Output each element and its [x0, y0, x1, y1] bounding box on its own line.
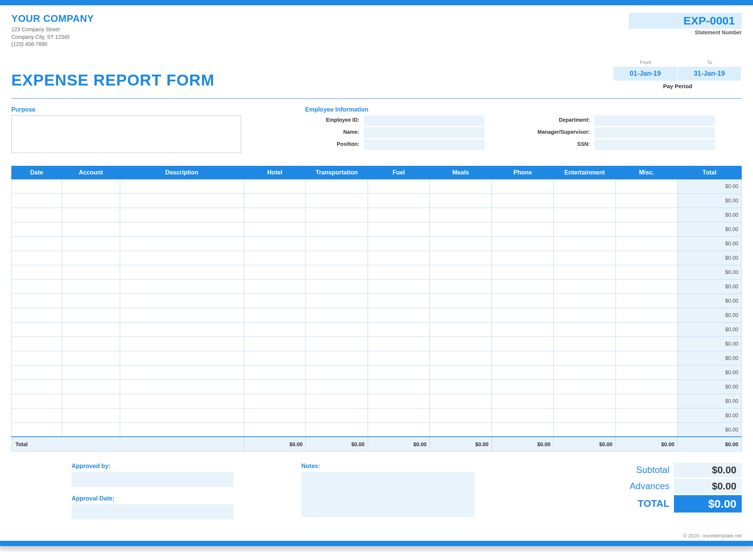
expense-cell[interactable] [62, 308, 120, 322]
expense-cell[interactable] [62, 337, 120, 351]
expense-cell[interactable] [306, 294, 368, 308]
expense-cell[interactable] [120, 351, 244, 365]
expense-cell[interactable] [120, 236, 244, 251]
expense-cell[interactable] [492, 193, 553, 208]
expense-cell[interactable] [62, 379, 120, 394]
expense-cell[interactable] [244, 251, 305, 265]
expense-cell[interactable] [616, 294, 677, 308]
expense-cell[interactable] [62, 408, 120, 422]
expense-cell[interactable] [120, 394, 244, 408]
expense-cell[interactable] [244, 337, 305, 351]
expense-cell[interactable] [244, 294, 305, 308]
expense-cell[interactable] [12, 236, 62, 251]
expense-cell[interactable] [306, 179, 368, 193]
expense-cell[interactable] [430, 379, 492, 394]
expense-cell[interactable] [62, 279, 120, 294]
expense-cell[interactable] [244, 279, 305, 294]
expense-cell[interactable] [616, 422, 677, 437]
expense-cell[interactable] [306, 265, 368, 279]
expense-cell[interactable] [430, 322, 492, 337]
expense-cell[interactable] [430, 279, 492, 294]
expense-cell[interactable] [616, 236, 677, 251]
expense-cell[interactable] [492, 408, 553, 422]
expense-cell[interactable] [306, 308, 368, 322]
expense-cell[interactable] [492, 236, 553, 251]
approval-date-field[interactable] [72, 504, 234, 519]
expense-cell[interactable] [616, 322, 677, 337]
expense-cell[interactable] [368, 179, 429, 193]
expense-cell[interactable] [120, 265, 244, 279]
expense-cell[interactable] [554, 422, 616, 437]
expense-cell[interactable] [430, 337, 492, 351]
expense-cell[interactable] [430, 351, 492, 365]
expense-cell[interactable] [12, 222, 62, 236]
expense-cell[interactable] [62, 394, 120, 408]
expense-cell[interactable] [244, 193, 305, 208]
approved-by-field[interactable] [72, 472, 234, 487]
expense-cell[interactable] [616, 365, 677, 379]
expense-cell[interactable] [306, 279, 368, 294]
expense-cell[interactable] [62, 365, 120, 379]
expense-cell[interactable] [62, 251, 120, 265]
expense-cell[interactable] [430, 236, 492, 251]
expense-cell[interactable] [62, 351, 120, 365]
expense-cell[interactable] [12, 193, 62, 208]
expense-cell[interactable] [616, 337, 677, 351]
expense-cell[interactable] [12, 265, 62, 279]
expense-cell[interactable] [244, 394, 305, 408]
expense-cell[interactable] [120, 308, 244, 322]
expense-cell[interactable] [430, 422, 492, 437]
expense-cell[interactable] [368, 408, 429, 422]
expense-cell[interactable] [430, 308, 492, 322]
expense-cell[interactable] [12, 208, 62, 222]
expense-cell[interactable] [120, 337, 244, 351]
expense-cell[interactable] [12, 422, 62, 437]
expense-cell[interactable] [554, 394, 616, 408]
expense-cell[interactable] [306, 379, 368, 394]
expense-cell[interactable] [306, 322, 368, 337]
expense-cell[interactable] [492, 422, 553, 437]
expense-cell[interactable] [492, 394, 553, 408]
expense-cell[interactable] [12, 394, 62, 408]
expense-cell[interactable] [12, 294, 62, 308]
expense-cell[interactable] [616, 394, 677, 408]
expense-cell[interactable] [616, 308, 677, 322]
expense-cell[interactable] [616, 208, 677, 222]
expense-cell[interactable] [306, 422, 368, 437]
expense-cell[interactable] [368, 365, 429, 379]
expense-cell[interactable] [62, 179, 120, 193]
expense-cell[interactable] [244, 379, 305, 394]
purpose-field[interactable] [11, 115, 241, 153]
expense-cell[interactable] [120, 365, 244, 379]
expense-cell[interactable] [492, 294, 553, 308]
expense-cell[interactable] [616, 222, 677, 236]
expense-cell[interactable] [368, 422, 429, 437]
expense-cell[interactable] [244, 265, 305, 279]
advances-value[interactable]: $0.00 [674, 479, 742, 494]
expense-cell[interactable] [554, 251, 616, 265]
expense-cell[interactable] [554, 351, 616, 365]
expense-cell[interactable] [616, 179, 677, 193]
expense-cell[interactable] [492, 251, 553, 265]
expense-cell[interactable] [492, 208, 553, 222]
manager-field[interactable] [594, 127, 715, 138]
expense-cell[interactable] [62, 222, 120, 236]
expense-cell[interactable] [430, 193, 492, 208]
expense-cell[interactable] [492, 279, 553, 294]
expense-cell[interactable] [306, 408, 368, 422]
expense-cell[interactable] [244, 308, 305, 322]
expense-cell[interactable] [244, 422, 305, 437]
expense-cell[interactable] [120, 408, 244, 422]
expense-cell[interactable] [244, 408, 305, 422]
expense-cell[interactable] [306, 337, 368, 351]
expense-cell[interactable] [616, 193, 677, 208]
expense-cell[interactable] [368, 322, 429, 337]
expense-cell[interactable] [12, 408, 62, 422]
expense-cell[interactable] [62, 236, 120, 251]
expense-cell[interactable] [492, 365, 553, 379]
ssn-field[interactable] [594, 139, 715, 150]
expense-cell[interactable] [492, 222, 553, 236]
expense-cell[interactable] [430, 222, 492, 236]
expense-cell[interactable] [430, 208, 492, 222]
expense-cell[interactable] [306, 394, 368, 408]
